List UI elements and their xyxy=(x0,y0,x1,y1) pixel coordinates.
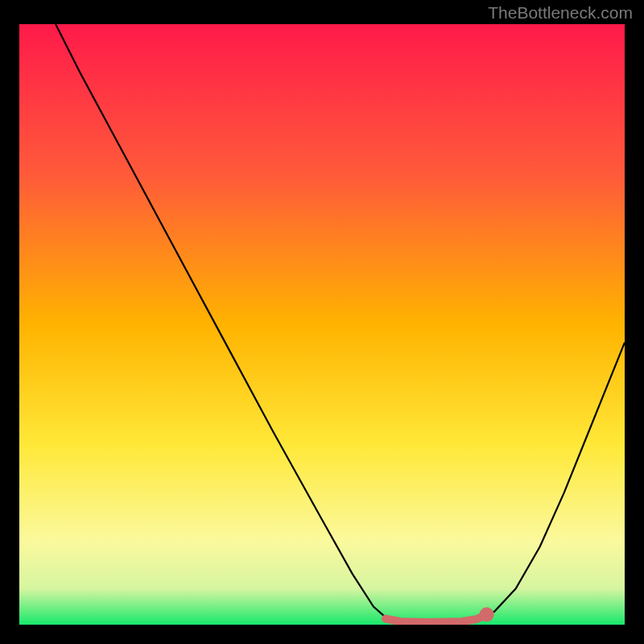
bottleneck-chart xyxy=(19,24,625,625)
sweet-spot-end-dot xyxy=(480,607,494,621)
gradient-background xyxy=(19,24,625,625)
chart-plot-area xyxy=(19,24,625,625)
attribution-text: TheBottleneck.com xyxy=(488,3,633,23)
